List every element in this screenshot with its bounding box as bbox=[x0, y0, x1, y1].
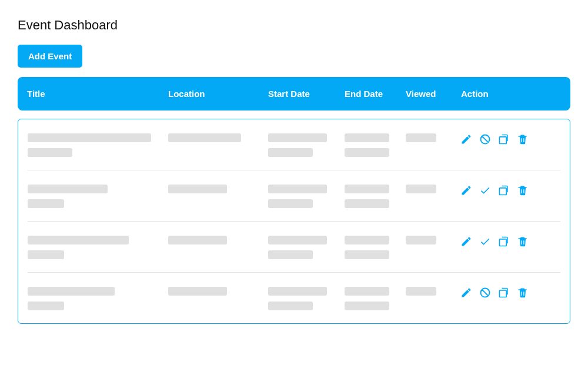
cell-viewed bbox=[406, 133, 461, 157]
table-row bbox=[28, 170, 560, 222]
placeholder-bar bbox=[345, 199, 389, 208]
cell-location bbox=[168, 287, 268, 310]
placeholder-bar bbox=[268, 301, 313, 310]
cell-action bbox=[460, 133, 560, 157]
cell-action bbox=[460, 236, 560, 259]
column-header-action: Action bbox=[461, 89, 561, 99]
cell-viewed bbox=[406, 287, 461, 310]
table-row bbox=[28, 222, 560, 273]
placeholder-bar bbox=[268, 148, 313, 157]
delete-icon[interactable] bbox=[517, 236, 529, 247]
cell-start bbox=[268, 133, 345, 157]
placeholder-bar bbox=[268, 133, 327, 142]
events-table: Title Location Start Date End Date Viewe… bbox=[18, 77, 570, 324]
column-header-title: Title bbox=[27, 89, 168, 99]
placeholder-bar bbox=[28, 133, 151, 142]
table-row bbox=[28, 273, 560, 323]
cell-viewed bbox=[406, 236, 461, 259]
edit-icon[interactable] bbox=[460, 185, 472, 196]
placeholder-bar bbox=[28, 236, 129, 244]
cell-end bbox=[345, 287, 406, 310]
placeholder-bar bbox=[345, 185, 389, 193]
copy-icon[interactable] bbox=[498, 133, 510, 145]
placeholder-bar bbox=[406, 133, 436, 142]
placeholder-bar bbox=[406, 236, 436, 244]
placeholder-bar bbox=[28, 185, 108, 193]
page-title: Event Dashboard bbox=[18, 18, 570, 33]
placeholder-bar bbox=[345, 301, 389, 310]
table-header-row: Title Location Start Date End Date Viewe… bbox=[18, 77, 570, 110]
cell-end bbox=[345, 236, 406, 259]
placeholder-bar bbox=[28, 301, 64, 310]
copy-icon[interactable] bbox=[498, 236, 510, 247]
cell-end bbox=[345, 185, 406, 208]
placeholder-bar bbox=[268, 185, 327, 193]
placeholder-bar bbox=[268, 236, 327, 244]
placeholder-bar bbox=[168, 287, 227, 296]
cell-action bbox=[460, 185, 560, 208]
check-icon[interactable] bbox=[479, 185, 491, 196]
cell-location bbox=[168, 133, 268, 157]
delete-icon[interactable] bbox=[517, 287, 529, 299]
cell-start bbox=[268, 185, 345, 208]
placeholder-bar bbox=[406, 287, 436, 296]
edit-icon[interactable] bbox=[460, 287, 472, 299]
cell-title bbox=[28, 287, 168, 310]
delete-icon[interactable] bbox=[517, 185, 529, 196]
placeholder-bar bbox=[406, 185, 436, 193]
placeholder-bar bbox=[28, 287, 115, 296]
cell-title bbox=[28, 133, 168, 157]
placeholder-bar bbox=[268, 199, 313, 208]
copy-icon[interactable] bbox=[498, 185, 510, 196]
cell-location bbox=[168, 236, 268, 259]
cell-location bbox=[168, 185, 268, 208]
column-header-end: End Date bbox=[345, 89, 406, 99]
cell-start bbox=[268, 287, 345, 310]
column-header-location: Location bbox=[168, 89, 268, 99]
add-event-button[interactable]: Add Event bbox=[18, 45, 82, 68]
check-icon[interactable] bbox=[479, 236, 491, 247]
placeholder-bar bbox=[345, 287, 389, 296]
cell-viewed bbox=[406, 185, 461, 208]
placeholder-bar bbox=[345, 236, 389, 244]
cell-end bbox=[345, 133, 406, 157]
placeholder-bar bbox=[268, 250, 313, 259]
copy-icon[interactable] bbox=[498, 287, 510, 299]
placeholder-bar bbox=[28, 199, 64, 208]
delete-icon[interactable] bbox=[517, 133, 529, 145]
cell-title bbox=[28, 236, 168, 259]
placeholder-bar bbox=[268, 287, 327, 296]
placeholder-bar bbox=[345, 148, 389, 157]
placeholder-bar bbox=[28, 250, 64, 259]
ban-icon[interactable] bbox=[479, 133, 491, 145]
ban-icon[interactable] bbox=[479, 287, 491, 299]
placeholder-bar bbox=[168, 133, 241, 142]
placeholder-bar bbox=[168, 185, 227, 193]
placeholder-bar bbox=[345, 250, 389, 259]
edit-icon[interactable] bbox=[460, 133, 472, 145]
cell-action bbox=[460, 287, 560, 310]
placeholder-bar bbox=[168, 236, 227, 244]
placeholder-bar bbox=[345, 133, 389, 142]
edit-icon[interactable] bbox=[460, 236, 472, 247]
table-body bbox=[18, 119, 570, 324]
table-row bbox=[28, 119, 560, 170]
placeholder-bar bbox=[28, 148, 72, 157]
cell-start bbox=[268, 236, 345, 259]
cell-title bbox=[28, 185, 168, 208]
column-header-start: Start Date bbox=[268, 89, 345, 99]
column-header-viewed: Viewed bbox=[406, 89, 461, 99]
